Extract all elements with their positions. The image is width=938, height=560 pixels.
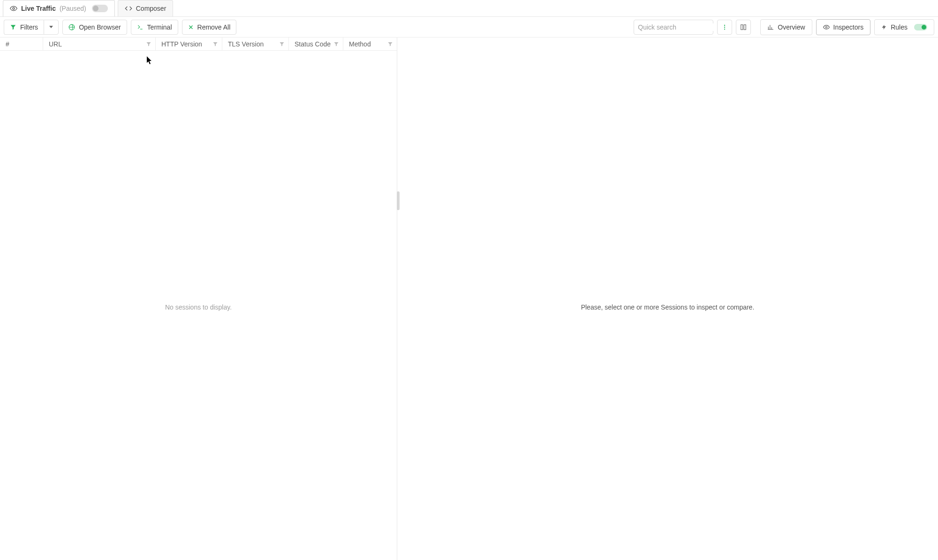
inspector-empty-message: Please, select one or more Sessions to i… — [397, 303, 938, 311]
filters-dropdown[interactable] — [44, 20, 59, 35]
sessions-table-head: # URL HTTP Version TLS Version — [0, 38, 397, 51]
toolbar: Filters Open Browser Terminal Remove All — [0, 17, 938, 38]
eye-icon — [823, 24, 830, 30]
terminal-label: Terminal — [147, 23, 172, 31]
filter-icon[interactable] — [212, 41, 218, 47]
code-icon — [125, 5, 132, 12]
svg-point-3 — [724, 24, 725, 25]
rules-label: Rules — [891, 23, 908, 31]
browser-icon — [68, 24, 75, 30]
svg-point-8 — [825, 26, 827, 28]
open-browser-label: Open Browser — [79, 23, 121, 31]
open-browser-button[interactable]: Open Browser — [62, 20, 127, 35]
tab-live-traffic-status: (Paused) — [60, 5, 86, 12]
column-http-version[interactable]: HTTP Version — [156, 38, 222, 51]
remove-all-button[interactable]: Remove All — [182, 20, 237, 35]
caret-down-icon — [49, 26, 53, 28]
chart-icon — [767, 24, 774, 30]
sessions-pane: # URL HTTP Version TLS Version — [0, 38, 397, 560]
filter-icon[interactable] — [387, 41, 393, 47]
right-view-tabs: Overview Inspectors Rules — [760, 19, 934, 35]
remove-all-label: Remove All — [197, 23, 231, 31]
column-number-label: # — [6, 40, 9, 48]
overview-tab[interactable]: Overview — [760, 19, 812, 35]
quick-search[interactable] — [634, 20, 713, 35]
svg-rect-7 — [744, 24, 746, 30]
svg-point-5 — [724, 28, 725, 29]
rules-toggle[interactable] — [914, 24, 927, 30]
column-url-label: URL — [49, 40, 62, 48]
top-tabs: Live Traffic (Paused) Composer — [0, 0, 938, 17]
svg-point-0 — [13, 8, 15, 9]
terminal-icon — [137, 24, 144, 30]
rules-tab[interactable]: Rules — [874, 19, 934, 35]
column-method[interactable]: Method — [343, 38, 397, 51]
inspector-pane: Please, select one or more Sessions to i… — [397, 38, 938, 560]
pane-resize-handle[interactable] — [397, 191, 400, 210]
layout-button[interactable] — [736, 20, 751, 35]
bolt-icon — [881, 24, 887, 30]
column-method-label: Method — [349, 40, 371, 48]
column-number[interactable]: # — [0, 38, 43, 51]
svg-point-4 — [724, 26, 725, 27]
tab-live-traffic-label: Live Traffic — [21, 5, 56, 12]
column-tls-version-label: TLS Version — [228, 40, 264, 48]
more-vertical-icon — [721, 24, 728, 30]
inspectors-tab[interactable]: Inspectors — [816, 19, 871, 35]
column-http-version-label: HTTP Version — [161, 40, 202, 48]
quick-search-input[interactable] — [638, 23, 720, 31]
column-url[interactable]: URL — [43, 38, 156, 51]
filter-icon — [10, 24, 16, 30]
filter-icon[interactable] — [146, 41, 151, 47]
svg-rect-6 — [741, 24, 743, 30]
more-options-button[interactable] — [717, 20, 732, 35]
tab-composer-label: Composer — [136, 5, 166, 12]
column-status-code[interactable]: Status Code — [289, 38, 343, 51]
layout-icon — [740, 24, 747, 30]
main-split: # URL HTTP Version TLS Version — [0, 38, 938, 560]
terminal-button[interactable]: Terminal — [131, 20, 178, 35]
live-traffic-toggle[interactable] — [92, 5, 108, 12]
filters-group: Filters — [4, 20, 59, 35]
filters-label: Filters — [20, 23, 38, 31]
tab-composer[interactable]: Composer — [118, 0, 174, 16]
filters-button[interactable]: Filters — [4, 20, 44, 35]
eye-icon — [10, 5, 17, 12]
tab-live-traffic[interactable]: Live Traffic (Paused) — [3, 0, 115, 16]
inspectors-label: Inspectors — [833, 23, 864, 31]
filter-icon[interactable] — [333, 41, 339, 47]
empty-sessions-message: No sessions to display. — [0, 303, 397, 311]
filter-icon[interactable] — [279, 41, 285, 47]
column-tls-version[interactable]: TLS Version — [222, 38, 289, 51]
close-icon — [188, 24, 194, 30]
column-status-code-label: Status Code — [295, 40, 331, 48]
overview-label: Overview — [778, 23, 805, 31]
